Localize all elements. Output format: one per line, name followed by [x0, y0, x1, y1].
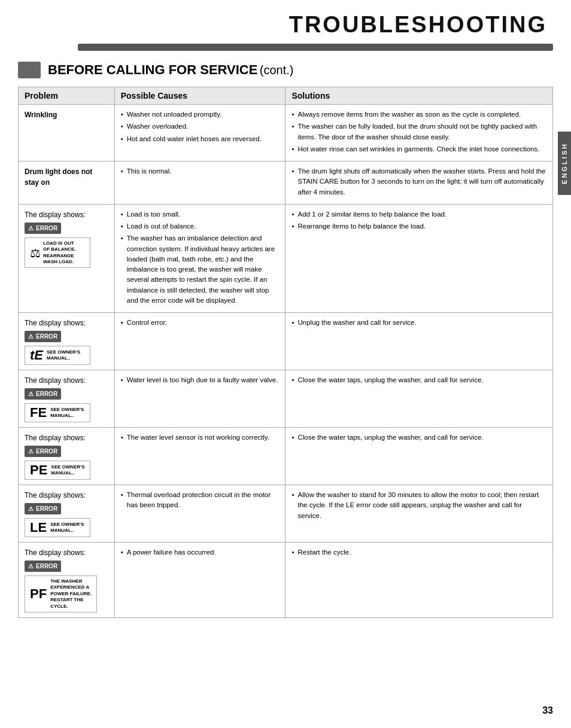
list-item: Washer not unloaded promptly.	[121, 109, 280, 120]
error-box-inner: tESEE OWNER'S MANUAL..	[30, 349, 85, 362]
table-row: The display shows:⚠ERRORtESEE OWNER'S MA…	[19, 313, 553, 370]
troubleshooting-table: Problem Possible Causes Solutions Wrinkl…	[18, 87, 553, 618]
list-item: This is normal.	[121, 166, 280, 176]
problem-cell: The display shows:⚠ERRORPFTHE WASHER EXP…	[19, 543, 115, 618]
list-item: Close the water taps, unplug the washer,…	[291, 432, 546, 443]
list-item: Load is out of balance.	[121, 221, 280, 232]
solutions-list: Close the water taps, unplug the washer,…	[291, 375, 546, 385]
list-item: Rearrange items to help balance the load…	[291, 221, 546, 232]
display-label: The display shows:	[25, 432, 108, 443]
problem-label: Drum light does not stay on	[25, 167, 92, 187]
causes-cell: Water level is too high due to a faulty …	[114, 370, 286, 428]
table-row: The display shows:⚠ERRORFESEE OWNER'S MA…	[19, 370, 553, 428]
error-display-box: FESEE OWNER'S MANUAL..	[25, 403, 90, 422]
title-decorative-bar	[78, 44, 553, 51]
table-row: WrinklingWasher not unloaded promptly.Wa…	[19, 105, 553, 162]
problem-cell: The display shows:⚠ERRORLESEE OWNER'S MA…	[19, 485, 115, 543]
solutions-cell: Close the water taps, unplug the washer,…	[286, 370, 553, 428]
solutions-list: Unplug the washer and call for service.	[291, 318, 546, 328]
list-item: The washer can be fully loaded, but the …	[291, 121, 546, 142]
problem-cell: The display shows:⚠ERRORtESEE OWNER'S MA…	[19, 313, 115, 370]
error-code: PF	[30, 587, 47, 601]
error-label: ERROR	[36, 332, 57, 341]
col-header-problem: Problem	[19, 87, 115, 105]
table-row: The display shows:⚠ERRORPESEE OWNER'S MA…	[19, 428, 553, 485]
error-label: ERROR	[36, 389, 57, 398]
page-number: 33	[542, 705, 553, 716]
list-item: The drum light shuts off automatically w…	[291, 166, 546, 197]
error-display-box: PESEE OWNER'S MANUAL..	[25, 461, 90, 480]
section-header-bar	[18, 62, 41, 78]
solutions-list: The drum light shuts off automatically w…	[291, 166, 546, 197]
solutions-cell: Restart the cycle.	[286, 543, 553, 618]
solutions-list: Add 1 or 2 similar items to help balance…	[291, 209, 546, 232]
error-text: LOAD IS OUT OF BALANCE. REARRANGE WASH L…	[43, 240, 76, 266]
col-header-causes: Possible Causes	[114, 87, 286, 105]
causes-cell: Thermal overload protection circuit in t…	[114, 485, 286, 543]
causes-cell: Load is too small.Load is out of balance…	[114, 204, 286, 312]
error-display-box: PFTHE WASHER EXPERIENCED A POWER FAILURE…	[25, 575, 97, 613]
list-item: Thermal overload protection circuit in t…	[121, 490, 280, 511]
section-title: BEFORE CALLING FOR SERVICE (cont.)	[48, 62, 293, 78]
error-badge: ⚠ERROR	[25, 388, 61, 400]
list-item: Allow the washer to stand for 30 minutes…	[291, 490, 546, 521]
list-item: Close the water taps, unplug the washer,…	[291, 375, 546, 385]
warning-icon: ⚠	[28, 389, 34, 398]
section-header: BEFORE CALLING FOR SERVICE (cont.)	[18, 62, 553, 78]
causes-cell: Control error.	[114, 313, 286, 370]
solutions-cell: Add 1 or 2 similar items to help balance…	[286, 204, 553, 312]
list-item: A power failure has occurred.	[121, 547, 280, 558]
error-badge: ⚠ERROR	[25, 503, 61, 514]
error-sub-text: THE WASHER EXPERIENCED A POWER FAILURE. …	[50, 578, 92, 610]
display-label: The display shows:	[25, 209, 108, 220]
list-item: Hot water rinse can set wrinkles in garm…	[291, 144, 546, 154]
display-label: The display shows:	[25, 375, 108, 386]
solutions-cell: Unplug the washer and call for service.	[286, 313, 553, 370]
side-language-label: ENGLISH	[558, 132, 571, 195]
list-item: Water level is too high due to a faulty …	[121, 375, 280, 385]
warning-icon: ⚠	[28, 447, 34, 456]
error-sub-text: SEE OWNER'S MANUAL..	[47, 349, 80, 362]
problem-cell: The display shows:⚠ERRORPESEE OWNER'S MA…	[19, 428, 115, 485]
warning-icon: ⚠	[28, 504, 34, 513]
error-code: LE	[30, 521, 47, 534]
causes-cell: A power failure has occurred.	[114, 543, 286, 618]
error-display-box: ⚖LOAD IS OUT OF BALANCE. REARRANGE WASH …	[25, 237, 90, 269]
display-label: The display shows:	[25, 318, 108, 328]
error-label: ERROR	[36, 447, 57, 456]
display-label: The display shows:	[25, 490, 108, 501]
list-item: Control error.	[121, 318, 280, 328]
solutions-list: Allow the washer to stand for 30 minutes…	[291, 490, 546, 521]
error-box-inner: PESEE OWNER'S MANUAL..	[30, 464, 85, 477]
table-row: Drum light does not stay onThis is norma…	[19, 162, 553, 205]
solutions-cell: Always remove items from the washer as s…	[286, 105, 553, 162]
problem-cell: Wrinkling	[19, 105, 115, 162]
error-box-inner: PFTHE WASHER EXPERIENCED A POWER FAILURE…	[30, 578, 92, 610]
causes-list: Control error.	[121, 318, 280, 328]
error-display-box: LESEE OWNER'S MANUAL..	[25, 518, 90, 537]
table-row: The display shows:⚠ERRORPFTHE WASHER EXP…	[19, 543, 553, 618]
list-item: Always remove items from the washer as s…	[291, 109, 546, 120]
warning-icon: ⚠	[28, 562, 34, 571]
causes-cell: Washer not unloaded promptly.Washer over…	[114, 105, 286, 162]
warning-icon: ⚠	[28, 224, 34, 233]
list-item: Hot and cold water inlet hoses are rever…	[121, 134, 280, 144]
error-box-inner: ⚖LOAD IS OUT OF BALANCE. REARRANGE WASH …	[30, 240, 85, 266]
solutions-list: Close the water taps, unplug the washer,…	[291, 432, 546, 443]
error-badge: ⚠ERROR	[25, 561, 61, 572]
warning-icon: ⚠	[28, 332, 34, 341]
list-item: Restart the cycle.	[291, 547, 546, 558]
solutions-list: Restart the cycle.	[291, 547, 546, 558]
table-row: The display shows:⚠ERRORLESEE OWNER'S MA…	[19, 485, 553, 543]
solutions-list: Always remove items from the washer as s…	[291, 109, 546, 154]
error-badge: ⚠ERROR	[25, 331, 61, 342]
causes-list: The water level sensor is not working co…	[121, 432, 280, 443]
list-item: Unplug the washer and call for service.	[291, 318, 546, 328]
causes-list: Washer not unloaded promptly.Washer over…	[121, 109, 280, 144]
causes-cell: This is normal.	[114, 162, 286, 205]
list-item: Washer overloaded.	[121, 121, 280, 132]
error-code: PE	[30, 464, 47, 477]
list-item: The water level sensor is not working co…	[121, 432, 280, 443]
error-sub-text: SEE OWNER'S MANUAL..	[51, 464, 84, 477]
causes-list: Thermal overload protection circuit in t…	[121, 490, 280, 511]
